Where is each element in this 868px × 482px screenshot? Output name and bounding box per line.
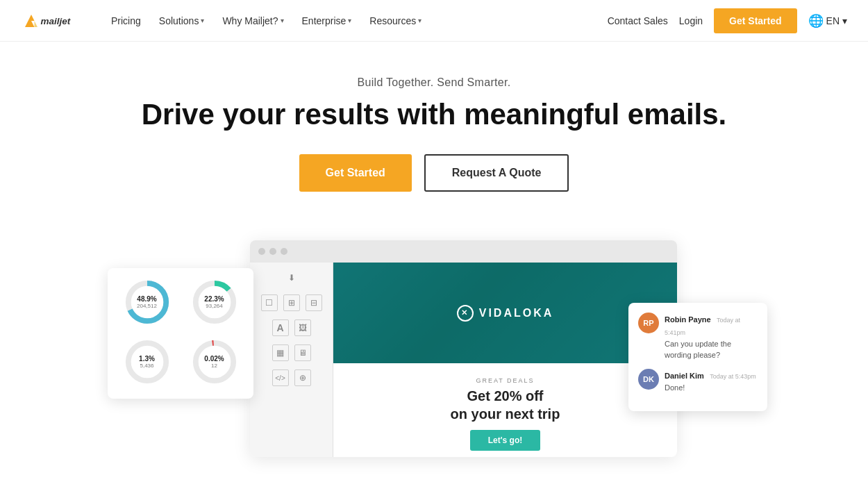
chat-text-2: Done! xyxy=(665,383,758,393)
analytics-item-4: 0.02% 12 xyxy=(185,338,244,389)
email-hero-image: ✕ VIDALOKA xyxy=(333,263,677,363)
avatar-dk: DK xyxy=(638,369,659,390)
email-content: GREAT DEALS Get 20% off on your next tri… xyxy=(333,363,677,457)
vidaloka-brand: VIDALOKA xyxy=(479,307,554,319)
analytics-card: 48.9% 204,512 22.3% 93,264 xyxy=(108,268,253,399)
chevron-down-icon: ▾ xyxy=(201,17,204,24)
chat-time-2: Today at 5:43pm xyxy=(710,373,756,380)
chevron-down-icon: ▾ xyxy=(418,17,422,24)
window-dot-3 xyxy=(281,248,287,255)
nav-pricing[interactable]: Pricing xyxy=(104,11,148,31)
email-builder-card: ⬇ ☐ ⊞ ⊟ A 🖼 ▦ 🖥 </> ⊕ xyxy=(250,240,677,457)
analytics-item-3: 1.3% 5,436 xyxy=(117,338,176,389)
email-preview: ✕ VIDALOKA GREAT DEALS Get 20% off on yo… xyxy=(333,263,677,457)
tool-monitor[interactable]: 🖥 xyxy=(294,344,311,361)
chevron-down-icon: ▾ xyxy=(281,17,284,24)
tool-social[interactable]: ⊕ xyxy=(294,369,311,386)
get-started-nav-button[interactable]: Get Started xyxy=(714,8,796,33)
chat-bubble-2: Daniel Kim Today at 5:43pm Done! xyxy=(665,369,758,393)
lang-label: EN xyxy=(826,15,840,26)
tool-table[interactable]: ⊟ xyxy=(306,294,322,311)
chevron-down-icon: ▾ xyxy=(348,17,351,24)
tool-download[interactable]: ⬇ xyxy=(283,269,300,286)
vidaloka-logo: ✕ VIDALOKA xyxy=(457,305,554,322)
hero-tagline: Build Together. Send Smarter. xyxy=(14,76,854,89)
builder-topbar xyxy=(250,240,677,263)
analytics-item-1: 48.9% 204,512 xyxy=(117,278,176,329)
nav-links: Pricing Solutions ▾ Why Mailjet? ▾ Enter… xyxy=(104,11,608,31)
chat-bubble-1: Robin Payne Today at 5:41pm Can you upda… xyxy=(665,313,758,360)
stat4-num: 12 xyxy=(204,363,224,369)
tool-square[interactable]: ☐ xyxy=(261,294,278,311)
stat1-num: 204,512 xyxy=(137,303,157,309)
window-dot-2 xyxy=(269,248,276,255)
nav-resources[interactable]: Resources ▾ xyxy=(362,11,428,31)
stat1-pct: 48.9% xyxy=(137,295,157,303)
tool-text[interactable]: A xyxy=(272,319,289,336)
email-cta-button[interactable]: Let's go! xyxy=(470,430,541,451)
stat3-num: 5,436 xyxy=(139,363,155,369)
hero-buttons: Get Started Request A Quote xyxy=(14,154,854,192)
stat3-pct: 1.3% xyxy=(139,355,155,363)
hero-get-started-button[interactable]: Get Started xyxy=(299,154,412,192)
chat-text-1: Can you update the wording please? xyxy=(665,339,758,360)
builder-sidebar: ⬇ ☐ ⊞ ⊟ A 🖼 ▦ 🖥 </> ⊕ xyxy=(250,263,333,457)
nav-enterprise[interactable]: Enterprise ▾ xyxy=(295,11,359,31)
hero-request-quote-button[interactable]: Request A Quote xyxy=(424,154,569,192)
email-deals-label: GREAT DEALS xyxy=(354,377,656,384)
hero-section: Build Together. Send Smarter. Drive your… xyxy=(0,42,868,240)
nav-why-mailjet[interactable]: Why Mailjet? ▾ xyxy=(215,11,290,31)
svg-text:mailjet: mailjet xyxy=(41,16,71,26)
stat2-pct: 22.3% xyxy=(204,295,224,303)
lang-chevron: ▾ xyxy=(842,15,847,26)
hero-illustrations: 48.9% 204,512 22.3% 93,264 xyxy=(0,240,868,463)
analytics-item-2: 22.3% 93,264 xyxy=(185,278,244,329)
chat-name-2: Daniel Kim xyxy=(665,372,704,380)
chat-message-1: RP Robin Payne Today at 5:41pm Can you u… xyxy=(638,313,758,360)
stat2-num: 93,264 xyxy=(204,303,224,309)
chat-name-1: Robin Payne xyxy=(665,315,711,324)
chat-card: RP Robin Payne Today at 5:41pm Can you u… xyxy=(628,303,767,411)
nav-right: Contact Sales Login Get Started 🌐 EN ▾ xyxy=(608,8,847,33)
tool-section[interactable]: ▦ xyxy=(272,344,289,361)
contact-sales-link[interactable]: Contact Sales xyxy=(608,15,668,26)
navbar: mailjet Pricing Solutions ▾ Why Mailjet?… xyxy=(0,0,868,42)
vidaloka-icon: ✕ xyxy=(457,305,474,322)
builder-canvas: ✕ VIDALOKA GREAT DEALS Get 20% off on yo… xyxy=(333,263,677,457)
login-link[interactable]: Login xyxy=(679,15,703,26)
tool-code[interactable]: </> xyxy=(272,369,289,386)
window-dot-1 xyxy=(258,248,265,255)
nav-solutions[interactable]: Solutions ▾ xyxy=(152,11,212,31)
chat-message-2: DK Daniel Kim Today at 5:43pm Done! xyxy=(638,369,758,393)
hero-title: Drive your results with meaningful email… xyxy=(14,99,854,131)
tool-columns[interactable]: ⊞ xyxy=(283,294,300,311)
avatar-rp: RP xyxy=(638,313,659,333)
logo[interactable]: mailjet xyxy=(21,8,83,33)
email-deals-title: Get 20% off on your next trip xyxy=(354,387,656,423)
language-selector[interactable]: 🌐 EN ▾ xyxy=(808,13,847,28)
globe-icon: 🌐 xyxy=(808,13,824,28)
stat4-pct: 0.02% xyxy=(204,355,224,363)
tool-image[interactable]: 🖼 xyxy=(294,319,311,336)
svg-marker-0 xyxy=(25,15,35,27)
